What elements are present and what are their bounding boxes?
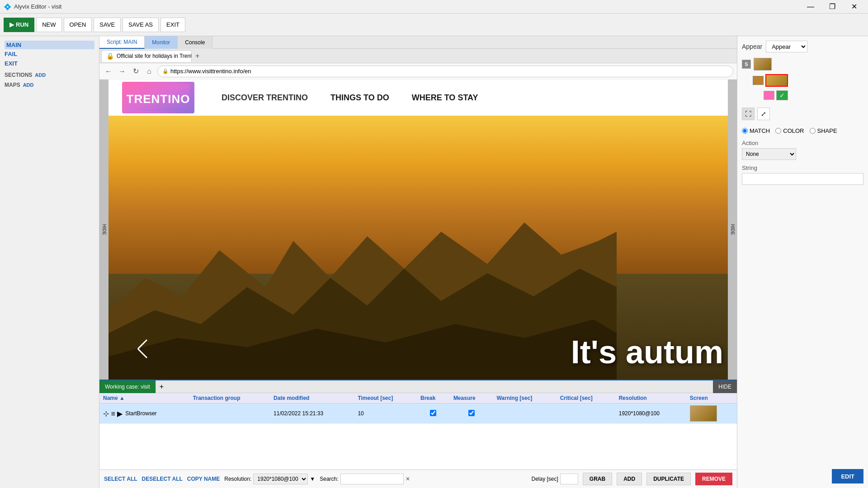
trentino-header: TRENTINO DISCOVER TRENTINO THINGS TO DO …: [108, 80, 728, 116]
shape-radio[interactable]: [810, 128, 816, 134]
appear-row: Appear Appear: [742, 41, 863, 52]
tab-monitor[interactable]: Monitor: [145, 36, 178, 49]
save-button[interactable]: SAVE: [94, 18, 121, 32]
fit-icon-btn[interactable]: ⤢: [757, 108, 770, 120]
new-button[interactable]: NEW: [36, 18, 61, 32]
col-measure[interactable]: Measure: [450, 393, 493, 404]
forward-button[interactable]: →: [117, 66, 127, 77]
url-bar[interactable]: 🔒 https://www.visittrentino.info/en: [157, 66, 733, 77]
right-panel: Appear Appear S: [737, 36, 868, 488]
expand-icon-btn[interactable]: ⛶: [742, 108, 755, 120]
restore-button[interactable]: ❐: [822, 0, 843, 14]
prev-arrow[interactable]: [136, 338, 149, 361]
search-input[interactable]: [340, 474, 404, 484]
save-as-button[interactable]: SAVE AS: [123, 18, 159, 32]
refresh-button[interactable]: ↻: [130, 66, 141, 77]
run-button[interactable]: ▶ RUN: [4, 18, 34, 32]
tab-script-main[interactable]: Script: MAIN: [99, 36, 145, 49]
browser-content: HIDE: [99, 80, 737, 380]
add-working-tab-button[interactable]: +: [156, 383, 167, 391]
lock-icon: 🔒: [162, 68, 169, 74]
working-tab-label: Working case: visit: [105, 384, 150, 390]
col-break[interactable]: Break: [417, 393, 450, 404]
hide-bar-left[interactable]: HIDE: [99, 80, 108, 380]
browser-tab-active[interactable]: 🔒 Official site for holidays in Trent ✕: [101, 50, 192, 62]
col-resolution[interactable]: Resolution: [615, 393, 686, 404]
new-tab-button[interactable]: +: [192, 50, 203, 62]
cell-transaction: [189, 404, 270, 424]
sidebar-item-main[interactable]: MAIN: [5, 41, 94, 49]
home-button[interactable]: ⌂: [144, 66, 155, 77]
action-select[interactable]: None Click Type: [742, 148, 796, 160]
close-button[interactable]: ✕: [844, 0, 864, 14]
minimize-button[interactable]: —: [800, 0, 821, 14]
search-clear-button[interactable]: ✕: [406, 476, 410, 482]
col-warning[interactable]: Warning [sec]: [493, 393, 556, 404]
shape-label: SHAPE: [817, 127, 837, 134]
col-timeout[interactable]: Timeout [sec]: [354, 393, 417, 404]
sidebar-item-exit[interactable]: EXIT: [5, 59, 94, 68]
sections-add-button[interactable]: ADD: [35, 72, 46, 78]
svg-line-5: [138, 340, 147, 349]
resolution-select[interactable]: 868*488@100: [253, 474, 308, 484]
col-name[interactable]: Name ▲: [99, 393, 189, 404]
deselect-all-button[interactable]: DESELECT ALL: [142, 476, 183, 482]
trentino-nav: DISCOVER TRENTINO THINGS TO DO WHERE TO …: [222, 93, 478, 103]
measure-checkbox[interactable]: [468, 410, 475, 416]
add-button[interactable]: ADD: [617, 473, 642, 485]
color-radio[interactable]: [775, 128, 781, 134]
sidebar-maps: MAPS ADD: [5, 82, 94, 88]
match-radio-group: MATCH: [742, 127, 770, 134]
maps-add-button[interactable]: ADD: [23, 82, 34, 88]
bottom-toolbar: SELECT ALL DESELECT ALL COPY NAME Resolu…: [99, 469, 737, 488]
table-row[interactable]: ⊹ ≡ ▶ StartBrowser 11/02/2022 15:21:33 1…: [99, 404, 737, 424]
cell-name: ⊹ ≡ ▶ StartBrowser: [99, 404, 189, 424]
copy-name-button[interactable]: COPY NAME: [187, 476, 220, 482]
screen-thumb: [690, 405, 717, 422]
window-controls: — ❐ ✕: [800, 0, 864, 14]
appear-dropdown[interactable]: Appear: [766, 41, 807, 52]
hide-working-tab-button[interactable]: HIDE: [713, 380, 737, 393]
node-checkmark-icon[interactable]: ✓: [776, 90, 788, 100]
string-label: String: [742, 164, 863, 171]
hide-bar-right[interactable]: HIDE: [728, 80, 737, 380]
match-radio[interactable]: [742, 128, 748, 134]
duplicate-button[interactable]: DUPLICATE: [646, 473, 691, 485]
edit-button[interactable]: EDIT: [832, 469, 863, 483]
tab-console[interactable]: Console: [178, 36, 212, 49]
nav-things-to-do[interactable]: THINGS TO DO: [330, 93, 389, 103]
break-checkbox[interactable]: [430, 410, 436, 416]
table-header: Name ▲ Transaction group Date modified T…: [99, 393, 737, 404]
maps-label: MAPS: [5, 82, 20, 88]
resolution-dropdown-icon: ▼: [310, 476, 315, 482]
center-area: Script: MAIN Monitor Console 🔒 Official …: [99, 36, 737, 488]
nav-where-to-stay[interactable]: WHERE TO STAY: [412, 93, 478, 103]
node-thumb-selected[interactable]: [765, 74, 788, 87]
col-critical[interactable]: Critical [sec]: [557, 393, 615, 404]
node-row-3-inner: ✓: [764, 90, 788, 100]
grab-button[interactable]: GRAB: [583, 473, 612, 485]
sections-label: SECTIONS: [5, 72, 32, 78]
remove-button[interactable]: REMOVE: [695, 473, 732, 485]
working-case-tab[interactable]: Working case: visit: [99, 380, 156, 393]
cell-break[interactable]: [417, 404, 450, 424]
node-thumb-1[interactable]: [754, 58, 772, 70]
back-button[interactable]: ←: [103, 66, 114, 77]
col-date[interactable]: Date modified: [270, 393, 354, 404]
nav-discover[interactable]: DISCOVER TRENTINO: [222, 93, 308, 103]
cell-measure[interactable]: [450, 404, 493, 424]
browser-tab-title: Official site for holidays in Trent: [117, 53, 192, 59]
string-input[interactable]: [742, 173, 863, 185]
select-all-button[interactable]: SELECT ALL: [104, 476, 137, 482]
trentino-hero: It's autum: [108, 116, 728, 380]
delay-input[interactable]: 2: [560, 474, 578, 484]
exit-button[interactable]: EXIT: [160, 18, 185, 32]
col-transaction[interactable]: Transaction group: [189, 393, 270, 404]
app-title: Alyvix Editor - visit: [14, 3, 61, 10]
color-radio-group: COLOR: [775, 127, 804, 134]
col-screen[interactable]: Screen: [686, 393, 737, 404]
search-group: Search: ✕: [320, 474, 410, 484]
open-button[interactable]: OPEN: [64, 18, 92, 32]
node-row-3: ✓: [742, 90, 863, 100]
sidebar-item-fail[interactable]: FAIL: [5, 49, 94, 59]
